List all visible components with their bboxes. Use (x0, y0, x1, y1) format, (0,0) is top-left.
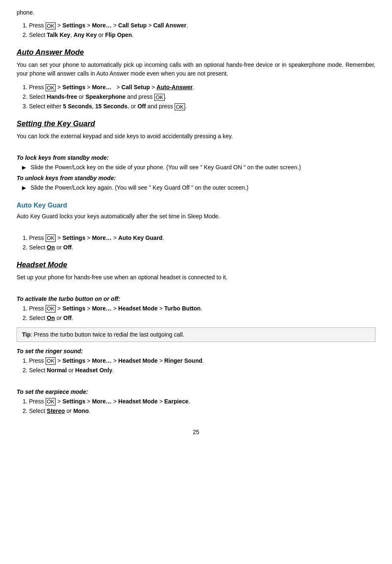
auto-key-guard-title: Auto Key Guard (17, 200, 375, 210)
turbo-step-1: Press OK > Settings > More… > Headset Mo… (29, 304, 375, 313)
auto-answer-step-3: Select either 5 Seconds, 15 Seconds, or … (29, 102, 375, 111)
lock-text: Slide the Power/Lock key on the side of … (31, 163, 301, 172)
ok-box-4: OK (175, 103, 185, 111)
call-answer-steps: Press OK > Settings > More… > Call Setup… (29, 21, 375, 39)
auto-answer-step-1: Press OK > Settings > More… > Call Setup… (29, 83, 375, 92)
headset-mode-description: Set up your phone for hands-free use whe… (17, 273, 375, 282)
turbo-steps: Press OK > Settings > More… > Headset Mo… (29, 304, 375, 322)
auto-answer-mode-section: Auto Answer Mode You can set your phone … (17, 47, 375, 111)
auto-key-guard-steps: Press OK > Settings > More… > Auto Key G… (29, 234, 375, 252)
ok-box-1: OK (46, 22, 56, 30)
intro-text: phone. (17, 8, 375, 17)
headset-mode-title: Headset Mode (17, 259, 375, 271)
key-guard-section: Setting the Key Guard You can lock the e… (17, 118, 375, 193)
lock-heading: To lock keys from standby mode: (17, 154, 375, 162)
ringer-step-2: Select Normal or Headset Only. (29, 366, 375, 375)
auto-answer-step-2: Select Hands-free or Speakerphone and pr… (29, 93, 375, 101)
tip-text: : Press the turbo button twice to redial… (31, 331, 184, 338)
auto-key-guard-step-1: Press OK > Settings > More… > Auto Key G… (29, 234, 375, 242)
ok-box-7: OK (46, 357, 56, 365)
auto-answer-mode-description: You can set your phone to automatically … (17, 61, 375, 78)
lock-arrow: ► (21, 163, 27, 172)
ringer-step-1: Press OK > Settings > More… > Headset Mo… (29, 356, 375, 365)
ok-box-6: OK (46, 305, 56, 313)
auto-key-guard-description: Auto Key Guard locks your keys automatic… (17, 212, 375, 221)
turbo-heading: To activate the turbo button on or off: (17, 295, 375, 303)
earpiece-steps: Press OK > Settings > More… > Headset Mo… (29, 397, 375, 415)
auto-answer-steps: Press OK > Settings > More… > Call Setup… (29, 83, 375, 111)
ringer-heading: To set the ringer sound: (17, 347, 375, 356)
auto-answer-mode-title: Auto Answer Mode (17, 47, 375, 58)
tip-label: Tip (22, 331, 31, 338)
call-answer-step-1: Press OK > Settings > More… > Call Setup… (29, 21, 375, 30)
earpiece-step-2: Select Stereo or Mono. (29, 407, 375, 415)
page-content: phone. Press OK > Settings > More… > Cal… (17, 8, 375, 437)
call-answer-section: Press OK > Settings > More… > Call Setup… (17, 21, 375, 39)
ok-box-8: OK (46, 398, 56, 405)
unlock-arrow: ► (21, 183, 27, 193)
call-answer-step-2: Select Talk Key, Any Key or Flip Open. (29, 31, 375, 39)
ok-box-2: OK (46, 84, 56, 92)
lock-bullet: ► Slide the Power/Lock key on the side o… (17, 163, 375, 172)
tip-box: Tip: Press the turbo button twice to red… (17, 327, 375, 342)
key-guard-description: You can lock the external keypad and sid… (17, 132, 375, 141)
unlock-heading: To unlock keys from standby mode: (17, 174, 375, 183)
auto-key-guard-step-2: Select On or Off. (29, 243, 375, 252)
headset-mode-section: Headset Mode Set up your phone for hands… (17, 259, 375, 415)
unlock-text: Slide the Power/Lock key again. (You wil… (31, 183, 248, 193)
key-guard-title: Setting the Key Guard (17, 118, 375, 129)
ok-box-5: OK (46, 234, 56, 242)
earpiece-heading: To set the earpiece mode: (17, 388, 375, 396)
earpiece-step-1: Press OK > Settings > More… > Headset Mo… (29, 397, 375, 406)
ringer-steps: Press OK > Settings > More… > Headset Mo… (29, 356, 375, 375)
unlock-bullet: ► Slide the Power/Lock key again. (You w… (17, 183, 375, 193)
ok-box-3: OK (154, 94, 165, 101)
turbo-step-2: Select On or Off. (29, 314, 375, 322)
auto-key-guard-section: Auto Key Guard Auto Key Guard locks your… (17, 200, 375, 252)
page-number: 25 (17, 428, 375, 437)
